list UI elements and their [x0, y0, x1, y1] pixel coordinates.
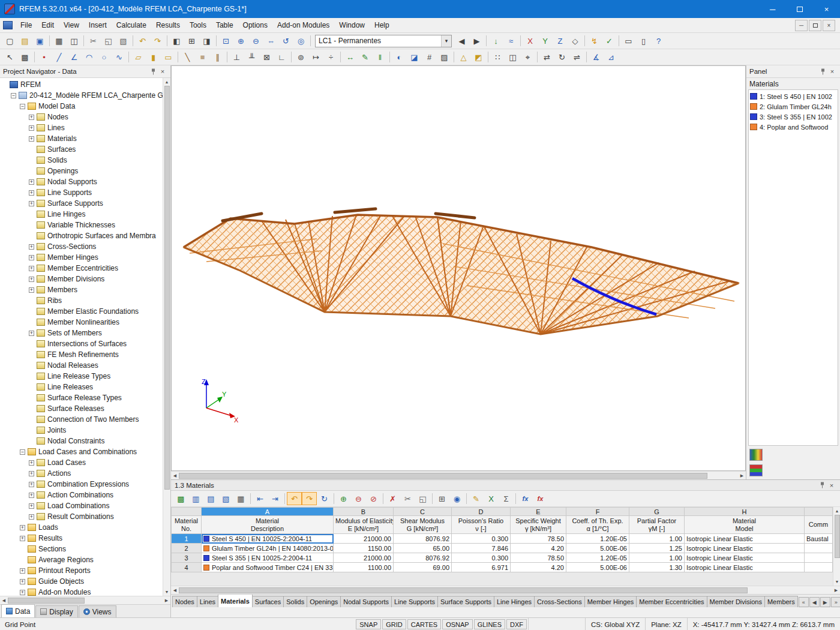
- value-cell[interactable]: 78.50: [511, 553, 566, 563]
- tree-item-nodes[interactable]: +Nodes: [0, 112, 162, 122]
- navigator-pin-button[interactable]: [148, 67, 158, 76]
- tree-expander[interactable]: +: [29, 266, 34, 271]
- tree-item-nodal-supports[interactable]: +Nodal Supports: [0, 176, 162, 187]
- row-number[interactable]: 3: [172, 553, 202, 563]
- tree-item-nodal-constraints[interactable]: Nodal Constraints: [0, 436, 162, 446]
- comment-cell[interactable]: [805, 563, 833, 572]
- new-opening-button[interactable]: ▭: [161, 50, 176, 64]
- tree-item-results[interactable]: +Results: [0, 533, 162, 544]
- column-letter-d[interactable]: D: [452, 508, 511, 516]
- status-toggle-snap[interactable]: SNAP: [356, 619, 381, 629]
- tree-item-sets-of-members[interactable]: +Sets of Members: [0, 328, 162, 338]
- child-window-icon[interactable]: [3, 21, 13, 29]
- rotate-view-button[interactable]: ↺: [278, 34, 293, 47]
- scroll-left-button[interactable]: ◀: [171, 472, 179, 479]
- scrollbar-thumb[interactable]: [179, 587, 748, 593]
- material-row-1[interactable]: 1Steel S 450 | EN 10025-2:2004-1121000.0…: [172, 534, 833, 544]
- pan-view-button[interactable]: ⇔: [263, 34, 278, 47]
- empty-row-button[interactable]: ⊘: [366, 492, 381, 505]
- status-toggle-grid[interactable]: GRID: [382, 619, 406, 629]
- export-excel-button[interactable]: X: [484, 492, 499, 505]
- tree-item-load-combinations[interactable]: +Load Combinations: [0, 500, 162, 511]
- row-number[interactable]: 4: [172, 563, 202, 572]
- first-tab-button[interactable]: «: [799, 597, 809, 607]
- arrange-windows-button[interactable]: ▯: [636, 34, 651, 47]
- status-toggle-dxf[interactable]: DXF: [506, 619, 527, 629]
- dimension-button[interactable]: ↔: [343, 50, 358, 64]
- tree-expander[interactable]: +: [29, 514, 34, 520]
- tree-item-line-release-types[interactable]: Line Release Types: [0, 371, 162, 382]
- table-tab-surfaces[interactable]: Surfaces: [252, 596, 284, 607]
- tree-expander[interactable]: +: [20, 579, 25, 584]
- tree-item-lines[interactable]: +Lines: [0, 122, 162, 133]
- last-tab-button[interactable]: »: [831, 597, 840, 607]
- tree-item-sections[interactable]: Sections: [0, 544, 162, 554]
- comment-cell-button[interactable]: ✎: [469, 492, 484, 505]
- menu-view[interactable]: View: [59, 19, 84, 32]
- help-button[interactable]: ?: [651, 34, 666, 47]
- menu-results[interactable]: Results: [151, 19, 185, 32]
- menu-options[interactable]: Options: [238, 19, 272, 32]
- tree-item-line-hinges[interactable]: Line Hinges: [0, 209, 162, 220]
- table-tab-member-divisions[interactable]: Member Divisions: [707, 596, 765, 607]
- value-cell[interactable]: 5.00E-06: [566, 544, 629, 553]
- table-close-button[interactable]: ×: [827, 481, 836, 490]
- rfem-app-icon[interactable]: [4, 4, 15, 14]
- zoom-out-button[interactable]: ⊖: [248, 34, 263, 47]
- tree-item-member-eccentricities[interactable]: +Member Eccentricities: [0, 263, 162, 274]
- value-cell[interactable]: 5.00E-06: [566, 563, 629, 572]
- measure-button[interactable]: ∡: [589, 50, 604, 64]
- view-y-button[interactable]: Y: [538, 34, 553, 47]
- value-cell[interactable]: 7.846: [452, 544, 511, 553]
- column-letter-f[interactable]: F: [566, 508, 629, 516]
- clear-formulas-button[interactable]: fx: [533, 492, 548, 505]
- table-pin-button[interactable]: [817, 481, 827, 490]
- tree-item-action-combinations[interactable]: +Action Combinations: [0, 490, 162, 500]
- mirror-copy-button[interactable]: ⇌: [569, 50, 584, 64]
- menu-file[interactable]: File: [16, 19, 37, 32]
- numbering-button[interactable]: #: [422, 50, 437, 64]
- viewport-horizontal-scrollbar[interactable]: ◀ ▶: [171, 471, 746, 479]
- 3d-viewport[interactable]: Z Y X: [171, 65, 746, 471]
- table-view-mode-button[interactable]: ▥: [188, 492, 203, 505]
- tree-expander[interactable]: −: [20, 449, 25, 455]
- column-letter-h[interactable]: H: [685, 508, 805, 516]
- new-nodal-support-button[interactable]: ⊥: [229, 50, 244, 64]
- tree-expander[interactable]: +: [29, 255, 34, 260]
- tree-item-combination-expressions[interactable]: +Combination Expressions: [0, 479, 162, 490]
- table-tab-lines[interactable]: Lines: [197, 596, 218, 607]
- tree-item-loads[interactable]: +Loads: [0, 522, 162, 533]
- cut-cells-button[interactable]: ✂: [400, 492, 415, 505]
- comment-cell[interactable]: Baustal: [805, 534, 833, 544]
- tree-item-surface-releases[interactable]: Surface Releases: [0, 403, 162, 414]
- table-tab-line-supports[interactable]: Line Supports: [391, 596, 438, 607]
- material-row-3[interactable]: 3Steel S 355 | EN 10025-2:2004-1121000.0…: [172, 553, 833, 563]
- tree-item-add-on-modules[interactable]: +Add-on Modules: [0, 587, 162, 596]
- tree-item-intersections-of-surfaces[interactable]: Intersections of Surfaces: [0, 338, 162, 349]
- tree-item-line-supports[interactable]: +Line Supports: [0, 187, 162, 198]
- show-loads-button[interactable]: ↓: [488, 34, 503, 47]
- table-vertical-scrollbar[interactable]: ▲ ▼: [833, 507, 840, 586]
- tree-item-ribs[interactable]: Ribs: [0, 295, 162, 306]
- scroll-right-button[interactable]: ▶: [832, 586, 840, 594]
- minimize-button[interactable]: ─: [759, 0, 786, 18]
- print-button[interactable]: ▦: [52, 34, 67, 47]
- tree-item-materials[interactable]: +Materials: [0, 133, 162, 144]
- status-toggle-cartes[interactable]: CARTES: [407, 619, 441, 629]
- tree-item-model-data[interactable]: −Model Data: [0, 101, 162, 112]
- tree-item-rfem[interactable]: RFEM: [0, 79, 162, 90]
- panel-pin-button[interactable]: [818, 67, 827, 76]
- member-division-button[interactable]: ÷: [323, 50, 338, 64]
- value-cell[interactable]: 1.00: [629, 553, 685, 563]
- tree-expander[interactable]: +: [20, 525, 25, 530]
- material-model-cell[interactable]: Isotropic Linear Elastic: [685, 563, 805, 572]
- scrollbar-thumb[interactable]: [835, 515, 840, 558]
- mdi-close-button[interactable]: ×: [823, 20, 835, 31]
- load-case-selector[interactable]: LC1 - Permanentes▾: [315, 35, 452, 47]
- visibility-button[interactable]: ◐: [392, 50, 407, 64]
- navigator-close-button[interactable]: ×: [158, 67, 167, 76]
- column-letter-a[interactable]: A: [202, 508, 334, 516]
- view-z-button[interactable]: Z: [553, 34, 568, 47]
- show-results-button[interactable]: ≈: [503, 34, 518, 47]
- coordinate-system-field[interactable]: CS: Global XYZ: [585, 618, 645, 630]
